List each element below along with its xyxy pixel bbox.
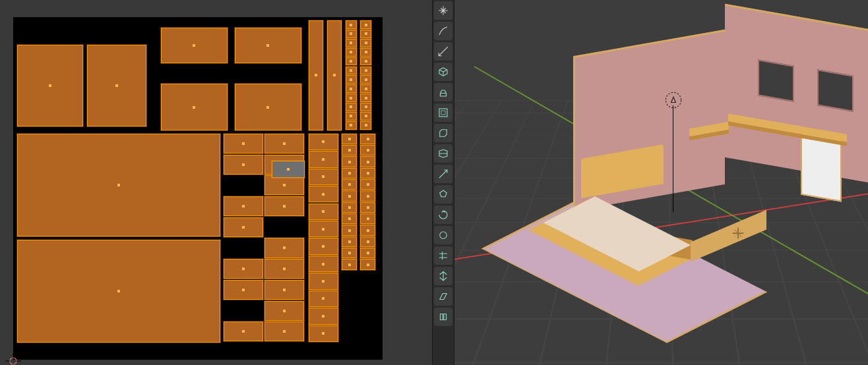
uv-face-center-icon <box>367 264 369 266</box>
transform-tool-button[interactable]: transform <box>434 1 452 20</box>
bevel-icon <box>437 127 449 139</box>
shear-tool-button[interactable]: shear <box>434 287 452 306</box>
knife-tool-button[interactable]: knife <box>434 165 452 183</box>
uv-face-center-icon <box>322 158 325 161</box>
shrink-tool-button[interactable]: shrink <box>434 267 452 285</box>
uv-face-center-icon <box>322 228 325 231</box>
uv-face-center-icon <box>348 240 351 243</box>
uv-face-center-icon <box>348 183 351 186</box>
spin-icon <box>437 209 449 221</box>
edgeslide-icon <box>437 250 449 262</box>
extrude-icon <box>437 86 449 98</box>
smooth-icon <box>437 229 449 241</box>
uv-face-center-icon <box>115 84 118 87</box>
uv-editor-panel[interactable] <box>0 0 432 365</box>
uv-face-center-icon <box>348 195 351 198</box>
inset-icon <box>437 107 449 119</box>
poly-build-tool-button[interactable]: poly-build <box>434 185 452 204</box>
loopcut-icon <box>437 148 449 159</box>
measure-tool-button[interactable]: measure <box>434 42 452 61</box>
uv-face-center-icon <box>283 267 286 270</box>
uv-face-center-icon <box>365 88 367 90</box>
uv-face-center-icon <box>367 138 369 140</box>
uv-face-center-icon <box>322 140 325 143</box>
uv-face-center-icon <box>350 88 352 90</box>
rip-tool-button[interactable]: rip <box>434 308 452 326</box>
window-2 <box>817 69 853 112</box>
uv-face-center-icon <box>348 217 351 220</box>
svg-point-8 <box>440 232 447 239</box>
svg-point-9 <box>666 92 681 107</box>
uv-face-center-icon <box>365 124 367 126</box>
transform-icon <box>437 5 449 16</box>
uv-face-center-icon <box>242 289 245 291</box>
uv-face-center-icon <box>350 42 352 44</box>
add-cube-tool-button[interactable]: add-cube <box>434 63 452 81</box>
svg-point-0 <box>10 358 16 364</box>
uv-face-center-icon <box>322 332 325 335</box>
extrude-tool-button[interactable]: extrude <box>434 83 452 101</box>
uv-face-center-icon <box>365 42 367 44</box>
uv-face-center-icon <box>193 106 195 109</box>
uv-face-center-icon <box>242 142 245 145</box>
uv-face-center-icon <box>367 252 369 254</box>
uv-face-center-icon <box>365 24 367 26</box>
uv-face-center-icon <box>322 210 325 213</box>
annotate-tool-button[interactable]: annotate <box>434 22 452 40</box>
uv-face-center-icon <box>350 32 352 35</box>
uv-canvas[interactable] <box>13 17 383 360</box>
uv-face-center-icon <box>242 226 245 229</box>
uv-face-center-icon <box>322 263 325 266</box>
uv-face-center-icon <box>367 183 369 186</box>
inset-tool-button[interactable]: inset <box>434 103 452 122</box>
uv-face-center-icon <box>193 44 195 47</box>
uv-face-center-icon <box>322 280 325 283</box>
cube-icon <box>437 66 449 78</box>
uv-face-center-icon <box>350 69 352 72</box>
uv-face-center-icon <box>348 149 351 152</box>
uv-face-center-icon <box>367 229 369 232</box>
uv-face-center-icon <box>367 206 369 209</box>
viewport-3d[interactable] <box>454 0 868 365</box>
uv-face-center-icon <box>348 252 351 254</box>
loop-cut-tool-button[interactable]: loop-cut <box>434 144 452 163</box>
uv-face-center-icon <box>367 240 369 243</box>
uv-face-center-icon <box>367 161 369 163</box>
uv-face-center-icon <box>350 97 352 99</box>
uv-face-center-icon <box>266 106 269 109</box>
uv-face-center-icon <box>242 330 245 333</box>
uv-face-center-icon <box>117 290 120 293</box>
uv-face-center-icon <box>322 193 325 196</box>
smooth-tool-button[interactable]: smooth <box>434 226 452 244</box>
uv-face-center-icon <box>367 149 369 152</box>
mesh-toolbar: transformannotatemeasureadd-cubeextrudei… <box>432 0 454 365</box>
uv-face-center-icon <box>283 310 286 312</box>
svg-rect-7 <box>441 111 445 115</box>
window-1 <box>758 59 794 102</box>
uv-face-center-icon <box>315 74 317 76</box>
spin-tool-button[interactable]: spin <box>434 206 452 224</box>
cursor-2d-icon <box>5 353 21 365</box>
uv-face-center-icon <box>367 172 369 175</box>
uv-face-center-icon <box>322 297 325 300</box>
bevel-tool-button[interactable]: bevel <box>434 124 452 142</box>
uv-face-center-icon <box>348 264 351 266</box>
uv-face-center-icon <box>365 60 367 63</box>
uv-face-center-icon <box>283 246 286 249</box>
uv-face-center-icon <box>365 78 367 81</box>
uv-face-center-icon <box>365 69 367 72</box>
uv-face-center-icon <box>365 105 367 108</box>
uv-face-center-icon <box>117 184 120 186</box>
uv-face-center-icon <box>348 172 351 175</box>
edge-slide-tool-button[interactable]: edge-slide <box>434 246 452 265</box>
shear-icon <box>437 291 449 302</box>
uv-face-center-icon <box>49 84 51 87</box>
uv-face-center-icon <box>350 105 352 108</box>
rip-icon <box>437 311 449 323</box>
uv-face-center-icon <box>322 175 325 178</box>
uv-face-center-icon <box>348 229 351 232</box>
uv-face-center-icon <box>283 330 286 333</box>
uv-face-center-icon <box>242 267 245 270</box>
knife-icon <box>437 168 449 180</box>
measure-icon <box>437 45 449 57</box>
